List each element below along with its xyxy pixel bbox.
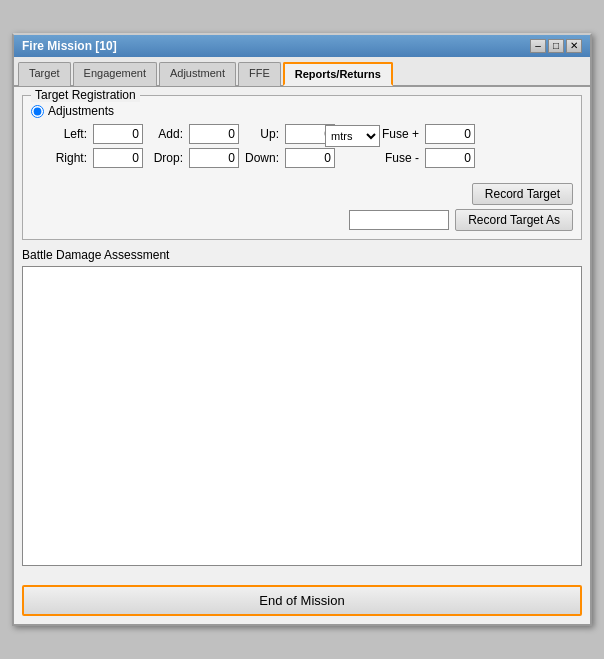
adjustments-radio[interactable]	[31, 105, 44, 118]
tab-target[interactable]: Target	[18, 62, 71, 86]
add-input[interactable]	[189, 124, 239, 144]
fuse-minus-label: Fuse -	[351, 151, 421, 165]
minimize-button[interactable]: –	[530, 39, 546, 53]
content-area: Target Registration Adjustments Left: Ad…	[14, 87, 590, 577]
record-as-row: Record Target As	[31, 209, 573, 231]
left-label: Left:	[51, 127, 89, 141]
unit-select[interactable]: mtrs m ft	[325, 125, 380, 147]
tab-bar: Target Engagement Adjustment FFE Reports…	[14, 57, 590, 87]
record-target-button[interactable]: Record Target	[472, 183, 573, 205]
maximize-button[interactable]: □	[548, 39, 564, 53]
fuse-minus-input[interactable]	[425, 148, 475, 168]
bda-label: Battle Damage Assessment	[22, 248, 582, 262]
main-window: Fire Mission [10] – □ ✕ Target Engagemen…	[12, 33, 592, 626]
group-label: Target Registration	[31, 88, 140, 102]
window-title: Fire Mission [10]	[22, 39, 117, 53]
drop-input[interactable]	[189, 148, 239, 168]
target-registration-group: Target Registration Adjustments Left: Ad…	[22, 95, 582, 240]
left-input[interactable]	[93, 124, 143, 144]
right-input[interactable]	[93, 148, 143, 168]
adjustments-radio-row: Adjustments	[31, 104, 573, 118]
add-label: Add:	[147, 127, 185, 141]
adjustments-label: Adjustments	[48, 104, 114, 118]
title-bar: Fire Mission [10] – □ ✕	[14, 35, 590, 57]
record-target-row: Record Target	[31, 183, 573, 205]
down-input[interactable]	[285, 148, 335, 168]
bda-section: Battle Damage Assessment	[22, 248, 582, 569]
end-mission-button[interactable]: End of Mission	[22, 585, 582, 616]
down-label: Down:	[243, 151, 281, 165]
close-button[interactable]: ✕	[566, 39, 582, 53]
bda-textarea[interactable]	[22, 266, 582, 566]
up-label: Up:	[243, 127, 281, 141]
tab-reports-returns[interactable]: Reports/Returns	[283, 62, 393, 86]
fuse-plus-input[interactable]	[425, 124, 475, 144]
record-as-input[interactable]	[349, 210, 449, 230]
right-label: Right:	[51, 151, 89, 165]
drop-label: Drop:	[147, 151, 185, 165]
tab-ffe[interactable]: FFE	[238, 62, 281, 86]
tab-engagement[interactable]: Engagement	[73, 62, 157, 86]
title-bar-controls: – □ ✕	[530, 39, 582, 53]
record-target-as-button[interactable]: Record Target As	[455, 209, 573, 231]
tab-adjustment[interactable]: Adjustment	[159, 62, 236, 86]
footer: End of Mission	[14, 577, 590, 624]
